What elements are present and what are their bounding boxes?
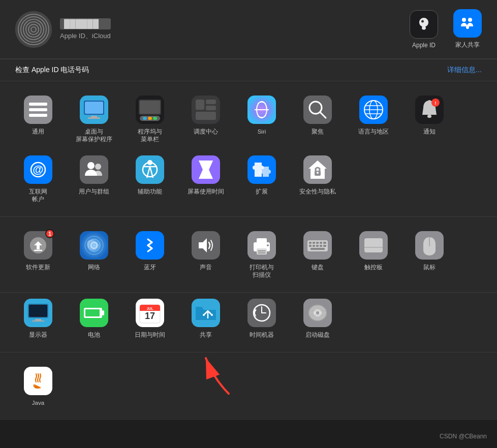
svg-rect-84 <box>257 238 267 243</box>
users-item[interactable]: 用户与群组 <box>66 149 122 209</box>
svg-rect-103 <box>364 238 383 252</box>
svg-point-46 <box>428 100 431 103</box>
security-item[interactable]: 安全性与隐私 <box>290 149 346 209</box>
language-item[interactable]: 语言与地区 <box>346 89 401 149</box>
softupdate-icon: 1 <box>24 231 52 260</box>
desktop-item[interactable]: 桌面与屏幕保护程序 <box>66 89 122 149</box>
profile-info: ██████ Apple ID、iCloud <box>60 18 111 41</box>
bluetooth-item[interactable]: 蓝牙 <box>122 225 178 285</box>
bluetooth-icon <box>136 231 164 260</box>
section1: 通用 桌面与屏幕保护程序 <box>0 81 497 217</box>
display-label: 显示器 <box>29 331 47 339</box>
family-sharing-label: 家人共享 <box>455 41 480 49</box>
mission-item[interactable]: 调度中心 <box>178 89 234 149</box>
battery-label: 电池 <box>88 331 100 339</box>
svg-rect-91 <box>309 242 312 244</box>
network-item[interactable]: 网络 <box>66 225 122 285</box>
apple-id-button[interactable]: Apple ID <box>410 10 438 49</box>
svg-rect-94 <box>320 242 322 244</box>
svg-rect-12 <box>29 103 47 106</box>
svg-point-54 <box>95 164 101 170</box>
section2: 1 软件更新 <box>0 217 497 293</box>
svg-text:!: ! <box>435 101 437 106</box>
notifications-item[interactable]: ! 通知 <box>401 89 457 149</box>
mouse-label: 鼠标 <box>423 264 436 271</box>
svg-point-126 <box>211 314 213 316</box>
network-label: 网络 <box>88 264 100 271</box>
sharing-icon <box>192 299 220 327</box>
general-item[interactable]: 通用 <box>10 89 66 149</box>
sound-item[interactable]: 声音 <box>178 225 234 285</box>
softupdate-badge: 1 <box>45 229 54 238</box>
dock-icon <box>136 95 164 124</box>
accessibility-item[interactable]: 辅助功能 <box>122 149 178 209</box>
section3-grid: Java <box>10 361 487 413</box>
print-item[interactable]: 打印机与扫描仪 <box>234 225 290 285</box>
language-label: 语言与地区 <box>358 128 389 136</box>
section2-row2: 显示器 电池 <box>0 293 497 353</box>
profile-area[interactable]: ██████ Apple ID、iCloud <box>15 11 111 48</box>
dock-item[interactable]: 程序坞与菜单栏 <box>122 89 178 149</box>
section2-grid: 1 软件更新 <box>10 225 487 285</box>
svg-rect-112 <box>32 321 44 322</box>
datetime-icon: JUL 17 <box>136 299 164 327</box>
timemachine-item[interactable]: 时间机器 <box>234 293 290 345</box>
svg-point-8 <box>462 18 466 22</box>
svg-rect-22 <box>140 101 160 114</box>
dock-label: 程序坞与菜单栏 <box>138 128 162 143</box>
trackpad-item[interactable]: 触控板 <box>346 225 401 285</box>
java-item[interactable]: Java <box>10 361 66 413</box>
svg-rect-52 <box>80 155 108 184</box>
mouse-item[interactable]: 鼠标 <box>401 225 457 285</box>
display-item[interactable]: 显示器 <box>10 293 66 345</box>
java-icon <box>24 367 52 395</box>
banner-link[interactable]: 详细信息... <box>447 66 482 75</box>
display-icon <box>24 299 52 327</box>
internet-item[interactable]: @ 互联网帐户 <box>10 149 66 209</box>
svg-rect-93 <box>316 242 319 244</box>
svg-rect-86 <box>258 250 266 251</box>
keyboard-item[interactable]: 键盘 <box>290 225 346 285</box>
svg-point-10 <box>466 26 469 29</box>
sharing-item[interactable]: 共享 <box>178 293 234 345</box>
screentime-icon <box>192 155 220 184</box>
disk-icon <box>303 299 332 327</box>
spotlight-item[interactable]: 聚焦 <box>290 89 346 149</box>
softupdate-item[interactable]: 1 软件更新 <box>10 225 66 285</box>
datetime-item[interactable]: JUL 17 日期与时间 <box>122 293 178 345</box>
banner: 检查 Apple ID 电话号码 详细信息... <box>0 59 497 81</box>
apple-id-label: Apple ID <box>412 42 436 49</box>
profile-subtitle: Apple ID、iCloud <box>60 31 111 41</box>
bluetooth-label: 蓝牙 <box>144 264 156 271</box>
svg-point-9 <box>468 18 472 22</box>
notifications-icon: ! <box>415 95 444 124</box>
siri-item[interactable]: Siri <box>234 89 290 149</box>
desktop-label: 桌面与屏幕保护程序 <box>76 128 112 143</box>
extensions-item[interactable]: 扩展 <box>234 149 290 209</box>
mission-label: 调度中心 <box>194 128 218 136</box>
battery-icon <box>80 299 108 327</box>
internet-icon: @ <box>24 155 52 184</box>
svg-rect-115 <box>102 310 104 315</box>
print-label: 打印机与扫描仪 <box>250 264 274 279</box>
internet-label: 互联网帐户 <box>29 188 47 203</box>
battery-item[interactable]: 电池 <box>66 293 122 345</box>
svg-rect-110 <box>30 306 46 316</box>
svg-rect-13 <box>29 108 47 111</box>
network-icon <box>80 231 108 260</box>
section2-row2-grid: 显示器 电池 <box>10 293 487 345</box>
family-sharing-button[interactable]: 家人共享 <box>453 9 482 49</box>
svg-rect-92 <box>313 242 315 244</box>
accessibility-label: 辅助功能 <box>138 188 162 196</box>
svg-rect-101 <box>310 248 325 250</box>
svg-rect-116 <box>85 309 100 316</box>
disk-label: 启动磁盘 <box>305 331 330 339</box>
users-icon <box>80 155 108 184</box>
users-label: 用户与群组 <box>79 188 109 196</box>
trackpad-label: 触控板 <box>364 264 383 271</box>
screentime-item[interactable]: 屏幕使用时间 <box>178 149 234 209</box>
footer-credit: CSDN @CBeann <box>440 433 487 440</box>
svg-rect-99 <box>320 245 322 247</box>
disk-item[interactable]: 启动磁盘 <box>290 293 346 345</box>
mouse-icon <box>415 231 444 260</box>
